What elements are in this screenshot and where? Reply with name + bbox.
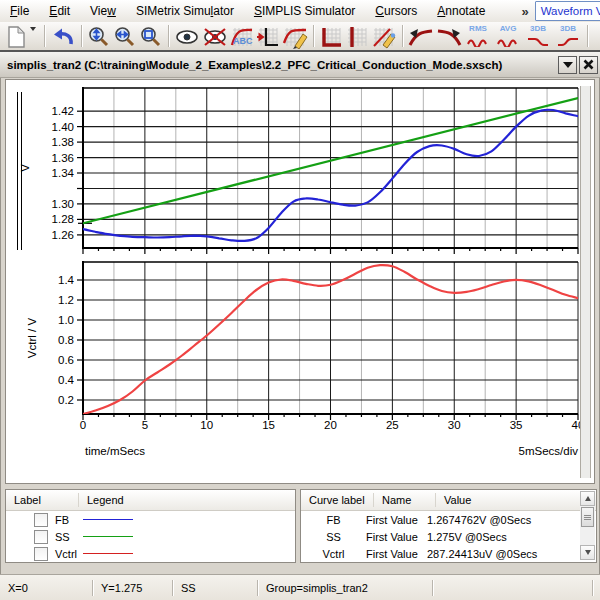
add-axis-icon [256,25,280,49]
menu-item-annotate[interactable]: Annotate [427,2,495,20]
svg-text:35: 35 [510,419,523,431]
zoom-x-icon [113,25,137,49]
menu-item-view[interactable]: View [80,2,126,20]
graph-window-title: simplis_tran2 (C:\training\Module_2_Exam… [0,59,558,71]
status-field-4 [433,580,593,596]
zoom-x-button[interactable] [112,23,138,49]
new-graph-button[interactable] [4,23,28,49]
status-field-2: SS [173,580,258,596]
waveform-chart[interactable]: 1.261.281.301.341.361.381.401.42V0.20.40… [6,80,592,481]
zoom-y-button[interactable] [86,23,112,49]
toolbar-separator [81,25,82,47]
scroll-up-button[interactable] [580,491,595,506]
avg-icon [497,37,519,47]
svg-text:5mSecs/div: 5mSecs/div [519,445,579,457]
toolbar-separator [168,25,169,47]
close-button[interactable] [579,56,598,74]
value-text: 1.275V @0Secs [427,531,580,543]
scroll-thumb[interactable] [581,507,594,527]
add-grid-icon [319,25,343,49]
curve-label: Vctrl [55,548,81,560]
waveform-graph-panel[interactable]: 1.261.281.301.341.361.381.401.42V0.20.40… [5,79,595,484]
toolbar-separator [44,25,45,47]
rise-time-button[interactable] [407,23,435,49]
toolbar-separator [587,25,588,47]
menu-item-simetrix-simulator[interactable]: SIMetrix Simulator [126,2,244,20]
add-vertical-grid-icon [345,25,369,49]
svg-text:1.2: 1.2 [58,294,74,306]
window-menu-button[interactable] [558,56,577,74]
curve-checkbox-ss[interactable] [34,530,48,544]
curve-checkbox-vctrl[interactable] [34,547,48,561]
annotate-graph-icon: ABC [230,25,254,49]
toolbar-separator [313,25,314,47]
legend-header-legend: Legend [79,493,295,507]
menu-item-cursors[interactable]: Cursors [365,2,427,20]
new-graph-icon [5,25,27,49]
svg-text:10: 10 [200,419,213,431]
zoom-box-icon [139,25,163,49]
annotate-graph-button[interactable]: ABC [229,23,255,49]
add-grid-button[interactable] [318,23,344,49]
rms-label: RMS [463,24,493,33]
menu-item-file[interactable]: File [0,2,39,20]
values-scrollbar[interactable] [580,491,595,560]
status-bar: X=0Y=1.275SSGroup=simplis_tran2 [0,574,600,600]
viewer-select-value: Waveform Viewer [536,5,600,17]
new-graph-dropdown-button[interactable] [28,23,40,49]
values-row-ss[interactable]: SS First Value 1.275V @0Secs [301,528,580,545]
show-curve-button[interactable] [173,23,201,49]
status-field-3: Group=simplis_tran2 [258,580,433,596]
svg-text:1.0: 1.0 [58,314,74,326]
value-name: First Value [366,548,427,560]
curve-swatch-line [83,553,133,554]
legend-panel: LabelLegend FB SS Vctrl [5,489,296,563]
menu-item-simplis-simulator[interactable]: SIMPLIS Simulator [244,2,365,20]
svg-text:Vctrl / V: Vctrl / V [26,318,38,359]
close-icon [583,59,594,70]
3db-lowpass-button[interactable]: 3DB [523,23,553,49]
graph-window-titlebar: simplis_tran2 (C:\training\Module_2_Exam… [0,52,600,78]
svg-text:1.42: 1.42 [52,105,74,117]
svg-text:ABC: ABC [233,36,253,46]
edit-grid-button[interactable] [370,23,398,49]
avg-button[interactable]: AVG [493,23,523,49]
3db-lowpass-icon [527,37,549,47]
values-header-curve-label: Curve label [301,493,374,507]
graph-vertical-scrollbar[interactable] [580,86,591,478]
legend-row-fb: FB [6,511,295,528]
edit-grid-icon [371,25,397,49]
svg-text:1.4: 1.4 [58,274,75,286]
viewer-select[interactable]: Waveform Viewer [535,1,600,21]
curve-values-panel: Curve labelNameValue FB First Value 1.26… [300,489,597,563]
values-row-fb[interactable]: FB First Value 1.2674762V @0Secs [301,511,580,528]
svg-text:0.8: 0.8 [58,334,74,346]
undo-icon [50,25,76,49]
svg-text:0: 0 [80,419,86,431]
svg-text:1.40: 1.40 [52,121,74,133]
zoom-box-button[interactable] [138,23,164,49]
edit-curve-icon [282,25,308,49]
values-row-vctrl[interactable]: Vctrl First Value 287.24413uV @0Secs [301,545,580,562]
undo-button[interactable] [49,23,77,49]
add-vertical-grid-button[interactable] [344,23,370,49]
curve-checkbox-fb[interactable] [34,513,48,527]
svg-text:1.30: 1.30 [52,198,74,210]
legend-row-vctrl: Vctrl [6,545,295,562]
values-header-name: Name [374,493,436,507]
rms-button[interactable]: RMS [463,23,493,49]
curve-swatch-line [83,536,133,537]
fall-time-button[interactable] [435,23,463,49]
toolbar-separator [402,25,403,47]
menu-bar: FileEditViewSIMetrix SimulatorSIMPLIS Si… [0,0,600,22]
status-field-0: X=0 [0,580,93,596]
svg-text:1.26: 1.26 [52,229,74,241]
hide-curve-button[interactable] [201,23,229,49]
menu-item-edit[interactable]: Edit [39,2,80,20]
edit-curve-button[interactable] [281,23,309,49]
scroll-down-button[interactable] [580,545,595,560]
add-axis-button[interactable] [255,23,281,49]
curve-label: FB [55,514,81,526]
menu-overflow-chevron[interactable]: » [521,4,528,19]
3db-highpass-button[interactable]: 3DB [553,23,583,49]
